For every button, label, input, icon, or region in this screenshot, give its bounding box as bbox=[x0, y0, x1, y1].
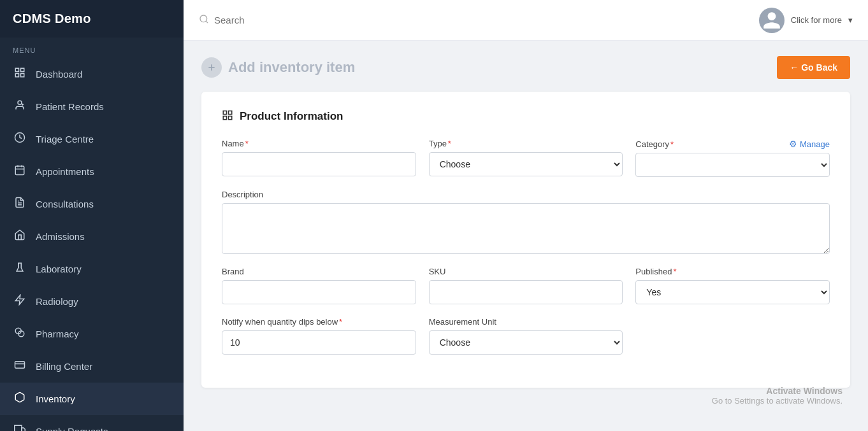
sidebar-item-label: Radiology bbox=[36, 296, 78, 307]
consultations-icon bbox=[13, 197, 27, 211]
svg-rect-2 bbox=[15, 74, 18, 77]
sidebar-item-laboratory[interactable]: Laboratory bbox=[0, 253, 184, 285]
chevron-down-icon[interactable]: ▾ bbox=[848, 15, 853, 25]
svg-rect-18 bbox=[15, 425, 22, 431]
main-area: Click for more ▾ Add inventory item ← Go… bbox=[184, 0, 868, 431]
type-required: * bbox=[448, 139, 451, 148]
measurement-label: Measurement Unit bbox=[429, 317, 623, 327]
notify-input[interactable] bbox=[222, 330, 416, 355]
name-input[interactable] bbox=[222, 152, 416, 176]
pharmacy-icon bbox=[13, 327, 27, 341]
search-icon bbox=[199, 14, 209, 27]
svg-rect-1 bbox=[21, 68, 24, 71]
sidebar-item-admissions[interactable]: Admissions bbox=[0, 220, 184, 253]
svg-line-23 bbox=[206, 21, 208, 23]
form-group-sku: SKU bbox=[429, 267, 623, 304]
svg-rect-6 bbox=[15, 166, 24, 175]
form-group-measurement: Measurement Unit Choose bbox=[429, 317, 623, 355]
sidebar: CDMS Demo MENU Dashboard Patient Records… bbox=[0, 0, 184, 431]
svg-rect-16 bbox=[15, 362, 25, 369]
sidebar-item-billing-center[interactable]: Billing Center bbox=[0, 350, 184, 383]
form-row-2: Description bbox=[222, 190, 830, 254]
page-title-icon bbox=[201, 57, 222, 78]
triage-icon bbox=[13, 132, 27, 146]
form-row-1: Name* Type* Choose Category* bbox=[222, 139, 830, 177]
form-row-4: Notify when quantity dips below* Measure… bbox=[222, 317, 830, 355]
manage-link[interactable]: ⚙ Manage bbox=[789, 139, 830, 149]
sidebar-item-inventory[interactable]: Inventory bbox=[0, 383, 184, 415]
appointments-icon bbox=[13, 164, 27, 179]
inventory-icon bbox=[13, 392, 27, 406]
sidebar-item-label: Triage Centre bbox=[36, 134, 94, 145]
admissions-icon bbox=[13, 229, 27, 244]
category-label: Category* bbox=[635, 139, 674, 149]
published-required: * bbox=[673, 267, 676, 276]
sku-input[interactable] bbox=[429, 280, 623, 304]
form-section-title: Product Information bbox=[240, 110, 343, 123]
go-back-button[interactable]: ← Go Back bbox=[777, 56, 850, 79]
sidebar-item-label: Admissions bbox=[36, 231, 85, 242]
svg-point-4 bbox=[18, 101, 22, 104]
form-group-notify: Notify when quantity dips below* bbox=[222, 317, 416, 355]
svg-point-22 bbox=[200, 15, 207, 22]
page-title: Add inventory item bbox=[228, 59, 355, 76]
sidebar-item-label: Dashboard bbox=[36, 69, 82, 80]
svg-marker-13 bbox=[15, 295, 24, 305]
form-section-header: Product Information bbox=[222, 110, 830, 124]
sidebar-item-label: Consultations bbox=[36, 199, 94, 209]
description-label: Description bbox=[222, 190, 830, 199]
sidebar-item-dashboard[interactable]: Dashboard bbox=[0, 58, 184, 90]
form-group-category: Category* ⚙ Manage bbox=[635, 139, 830, 177]
sidebar-item-label: Appointments bbox=[36, 166, 94, 177]
brand-input[interactable] bbox=[222, 280, 416, 304]
notify-label: Notify when quantity dips below* bbox=[222, 317, 416, 327]
search-container bbox=[199, 14, 749, 27]
menu-label: MENU bbox=[0, 38, 184, 58]
form-card: Product Information Name* Type* Choose bbox=[201, 92, 850, 388]
manage-gear-icon: ⚙ bbox=[789, 139, 797, 149]
product-info-icon bbox=[222, 110, 233, 124]
svg-rect-29 bbox=[229, 117, 232, 120]
patient-records-icon bbox=[13, 99, 27, 114]
sidebar-item-patient-records[interactable]: Patient Records bbox=[0, 90, 184, 123]
svg-rect-0 bbox=[15, 68, 18, 71]
name-label: Name* bbox=[222, 139, 416, 148]
click-for-more-text[interactable]: Click for more bbox=[791, 15, 842, 25]
svg-rect-27 bbox=[229, 111, 232, 114]
published-select[interactable]: Yes No bbox=[635, 280, 830, 304]
laboratory-icon bbox=[13, 262, 27, 276]
form-group-type: Type* Choose bbox=[429, 139, 623, 176]
billing-icon bbox=[13, 359, 27, 374]
sidebar-item-pharmacy[interactable]: Pharmacy bbox=[0, 318, 184, 350]
form-group-brand: Brand bbox=[222, 267, 416, 304]
sidebar-item-label: Laboratory bbox=[36, 264, 82, 274]
sidebar-item-consultations[interactable]: Consultations bbox=[0, 188, 184, 220]
measurement-select[interactable]: Choose bbox=[429, 330, 623, 355]
search-input[interactable] bbox=[214, 15, 342, 25]
notify-required: * bbox=[339, 317, 342, 327]
category-required: * bbox=[670, 139, 674, 149]
form-group-description: Description bbox=[222, 190, 830, 254]
type-select[interactable]: Choose bbox=[429, 152, 623, 176]
published-label: Published* bbox=[635, 267, 830, 276]
form-row-3: Brand SKU Published* Yes No bbox=[222, 267, 830, 304]
name-required: * bbox=[245, 139, 249, 148]
app-title: CDMS Demo bbox=[0, 0, 184, 38]
page-title-row: Add inventory item bbox=[201, 57, 355, 78]
type-label: Type* bbox=[429, 139, 623, 148]
sidebar-item-label: Billing Center bbox=[36, 361, 92, 372]
sidebar-item-label: Pharmacy bbox=[36, 329, 79, 339]
category-select[interactable] bbox=[635, 153, 830, 177]
avatar[interactable] bbox=[759, 8, 785, 33]
description-textarea[interactable] bbox=[222, 203, 830, 254]
sidebar-item-radiology[interactable]: Radiology bbox=[0, 285, 184, 318]
svg-marker-19 bbox=[22, 428, 25, 431]
svg-rect-28 bbox=[223, 117, 226, 120]
sidebar-item-supply-requests[interactable]: Supply Requests bbox=[0, 415, 184, 431]
sidebar-item-appointments[interactable]: Appointments bbox=[0, 155, 184, 188]
sidebar-item-label: Inventory bbox=[36, 393, 75, 404]
sidebar-item-triage-centre[interactable]: Triage Centre bbox=[0, 123, 184, 155]
sidebar-item-label: Supply Requests bbox=[36, 426, 108, 431]
content-area: Add inventory item ← Go Back Product Inf… bbox=[184, 41, 868, 431]
dashboard-icon bbox=[13, 67, 27, 81]
